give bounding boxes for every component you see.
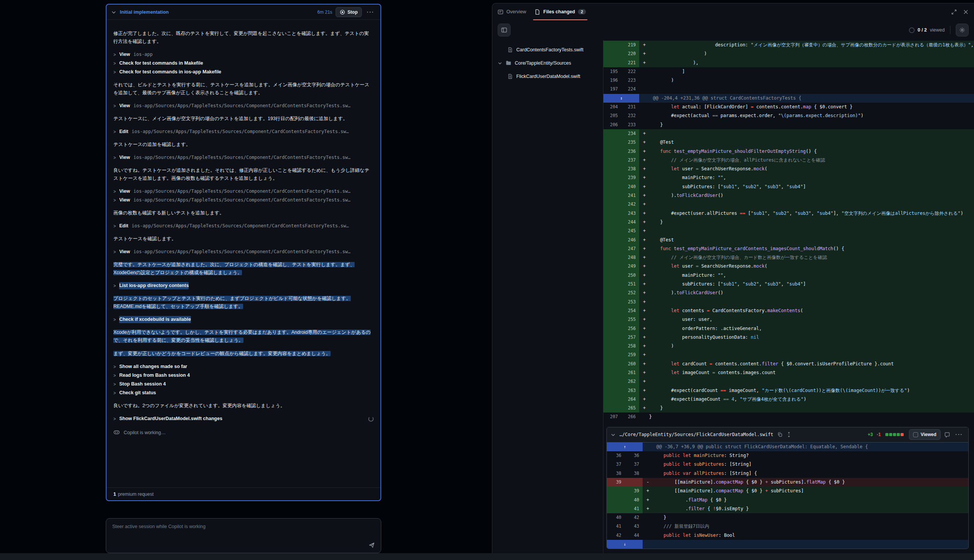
stop-button[interactable]: Stop [336,7,362,17]
session-duration: 6m 21s [317,10,332,15]
expand-icon[interactable] [951,9,957,15]
viewed-checkbox[interactable] [913,432,918,437]
diff-code: } [649,412,974,421]
tool-call-row[interactable]: >Show all changes made so far [114,363,374,370]
tab-files-changed[interactable]: Files changed 2 [535,3,586,20]
session-menu-kebab-icon[interactable]: ··· [365,9,376,15]
old-line-number [607,505,625,513]
tool-call-row[interactable]: >Viewios-app/Sources/Apps/TappleTests/So… [114,197,374,204]
diff-sign: + [639,386,649,395]
tool-call-row[interactable]: >Viewios-app/Sources/Apps/TappleTests/So… [114,248,374,255]
chevron-down-icon[interactable] [111,10,117,15]
diff-row: 255+ user: user, [603,315,974,324]
tool-call-row[interactable]: >Read logs from Bash session 4 [114,372,374,379]
chevron-right-icon: > [114,68,116,76]
old-line-number: 41 [607,522,625,531]
expand-hunk-button[interactable]: ↓ [607,540,643,548]
chevron-right-icon: > [114,389,116,397]
new-line-number: 248 [621,253,639,262]
tool-call-row[interactable]: >Stop Bash session 4 [114,380,374,388]
diff-row: 261+ let imageCount = contents.images.co… [603,368,974,377]
diff-code: ] [649,67,974,76]
diff-sign: + [639,271,649,280]
tree-item-core-tappleentity-sources[interactable]: Core/TappleEntity/Sources [492,56,603,70]
premium-request-count: 1 [114,492,116,497]
steer-input[interactable] [106,518,381,542]
chevron-right-icon: > [114,248,116,255]
old-line-number [603,49,621,58]
comment-icon[interactable] [944,432,950,438]
new-line-number: 260 [621,360,639,368]
old-line-number [603,262,621,271]
diff-row: 243+ #expect(user.allPictures == ["sub1"… [603,209,974,218]
chevron-down-icon[interactable] [611,432,616,437]
chat-paragraph: 良いですね。テストケースが追加されました。それでは、修正内容が正しいことを確認す… [114,167,374,182]
expand-hunk-button[interactable]: ↕ [603,94,639,103]
copilot-working-label: Copilot is working… [124,430,165,435]
tree-item-cardcontentsfactorytests-swift[interactable]: CardContentsFactoryTests.swift [492,43,603,56]
file-2-path[interactable]: …/Core/TappleEntity/Sources/FlickCardUse… [620,432,774,437]
new-line-number: 254 [621,307,639,315]
file-diff-icon [508,47,513,52]
tool-call-row[interactable]: >Viewios-app/Sources/Apps/TappleTests/So… [114,102,374,110]
tool-call-row[interactable]: >Viewios-app [114,51,374,58]
tool-call-row[interactable]: >Viewios-app/Sources/Apps/TappleTests/So… [114,188,374,195]
stat-block-add [889,433,892,436]
diff-code: ).toFlickCardUser() [649,288,974,297]
file-2-header: …/Core/TappleEntity/Sources/FlickCardUse… [607,427,968,443]
tool-call-path: ios-app [134,51,153,58]
diff-code: let actual: [FlickCardOrder] = contents.… [649,103,974,112]
viewed-toggle-button[interactable]: Viewed [909,429,941,440]
tool-call-row[interactable]: >Editios-app/Sources/Apps/TappleTests/So… [114,222,374,230]
new-line-number: 259 [621,350,639,359]
tool-call-row[interactable]: >Check for test commands in ios-app Make… [114,68,374,76]
folder-icon [506,60,511,66]
diff-row: 242+ [603,200,974,209]
spinner-wrap [226,416,374,422]
tool-call-row[interactable]: >Editios-app/Sources/Apps/TappleTests/So… [114,128,374,135]
sidebar-toggle-button[interactable] [498,23,511,37]
stat-block-add [897,433,900,436]
tree-item-flickcarduserdatamodel-swift[interactable]: FlickCardUserDataModel.swift [492,70,603,83]
old-line-number [607,487,625,495]
tool-call-row[interactable]: >Check if xcodebuild is available [114,316,374,323]
diff-row: 195222 ] [603,67,974,76]
diff-row: 259+ [603,350,974,359]
close-icon[interactable] [963,9,969,15]
diff-settings-button[interactable] [956,23,969,37]
send-icon[interactable] [368,542,376,549]
old-line-number [603,315,621,324]
chevron-right-icon: > [114,197,116,204]
diff-code: let user = SearchUserResponse.mock( [649,165,974,173]
new-line-number: 222 [621,67,639,76]
copy-path-icon[interactable] [777,432,783,437]
tool-call-row[interactable]: >List ios-app directory contents [114,282,374,289]
diff-code: #expect(actual == params.expect.order, "… [649,112,974,120]
chevron-right-icon: > [114,128,116,135]
tool-call-row[interactable]: >Viewios-app/Sources/Apps/TappleTests/So… [114,154,374,161]
tool-call-label: View [119,102,130,110]
tool-call-row[interactable]: >Check for test commands in Makefile [114,60,374,67]
chevron-right-icon: > [114,380,116,388]
tool-call-row[interactable]: >Show FlickCardUserDataModel.swift chang… [114,415,374,422]
old-line-number [603,288,621,297]
diff-code: /// 新規登録7日以内 [653,522,968,531]
diff-file-2: ↑@@ -36,7 +36,9 @@ public struct FlickCa… [607,443,968,549]
file-2-deletions: -1 [877,432,881,437]
chevron-right-icon: > [114,363,116,370]
file-2-menu-kebab-icon[interactable]: ··· [954,432,964,438]
expand-hunk-button[interactable]: ↑ [607,443,643,451]
diff-sign: + [639,200,649,209]
old-line-number: 205 [603,112,621,120]
new-line-number: 255 [621,315,639,324]
session-title: Initial implementation [120,10,169,15]
tool-call-row[interactable]: >Check git status [114,389,374,397]
expand-vertical-icon[interactable] [787,432,791,437]
diff-sign: + [639,173,649,182]
diff-row: 205232 #expect(actual == params.expect.o… [603,112,974,120]
diff-row: 240+ subPictures: ["sub1", "sub2", "sub3… [603,182,974,191]
new-line-number: 235 [621,138,639,147]
old-line-number [603,245,621,253]
session-log: 修正が完了しました。次に、既存のテストを実行して、変更が問題を起こさないことを確… [107,20,381,487]
tab-overview[interactable]: Overview [498,3,526,20]
